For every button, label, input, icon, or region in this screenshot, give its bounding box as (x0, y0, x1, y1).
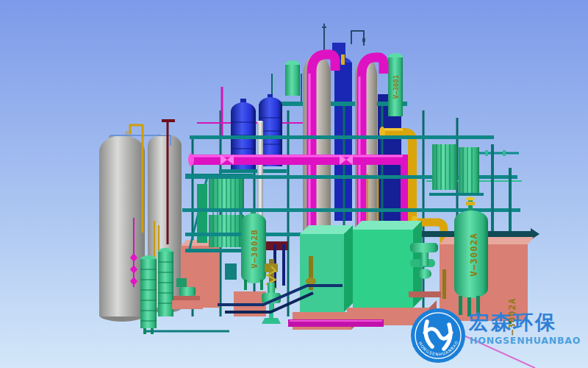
plate-exchangers-right (429, 144, 484, 196)
brand-name-english: HONGSENHUANBAO (470, 335, 581, 346)
tag-v3002a: V—3002A (468, 233, 479, 277)
tag-v3002b: V—3002B (250, 229, 259, 268)
tag-v3001: V—3001 (392, 75, 400, 99)
top-platform-beam (266, 102, 407, 106)
storage-tank-left-a (99, 131, 145, 322)
cad-render-window: V—3002B V—3002A —3002A V—3001 HONGSENHUA… (0, 0, 588, 368)
plant-3d-viewport[interactable]: V—3002B V—3002A —3002A V—3001 HONGSENHUA… (0, 0, 588, 368)
brand-name-chinese: 宏森环保 (468, 311, 557, 333)
